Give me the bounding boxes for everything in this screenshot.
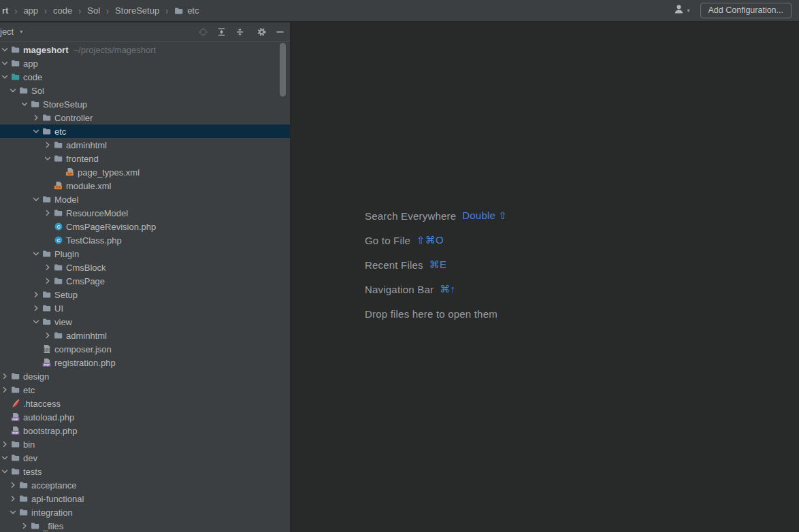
tree-item-label: UI	[54, 303, 63, 314]
tree-row-api-functional[interactable]: api-functional	[0, 492, 289, 505]
tree-row-tests[interactable]: tests	[0, 465, 280, 478]
chevron-down-icon[interactable]	[8, 508, 18, 517]
tree-row-design[interactable]: design	[0, 369, 280, 383]
chevron-right-icon[interactable]	[31, 113, 41, 122]
tree-scrollbar-thumb[interactable]	[280, 43, 286, 97]
tree-item-label: app	[23, 59, 38, 69]
tree-row-acceptance[interactable]: acceptance	[0, 478, 289, 492]
tree-row-sol[interactable]: Sol	[0, 84, 289, 97]
chevron-right-icon[interactable]	[43, 263, 52, 272]
tree-item-label: view	[54, 317, 72, 327]
tree-row-plugin[interactable]: Plugin	[0, 247, 290, 261]
php-file-icon: PHP	[11, 426, 20, 435]
tree-row-controller[interactable]: Controller	[0, 111, 290, 124]
tree-row-registration-php[interactable]: PHPregistration.php	[0, 356, 290, 369]
breadcrumb-item-etc[interactable]: etc	[174, 5, 199, 16]
chevron-right-icon[interactable]	[43, 331, 52, 340]
tree-row-page-types-xml[interactable]: <>page_types.xml	[0, 165, 290, 179]
tree-item-label: .htaccess	[23, 399, 61, 409]
tree-row-code[interactable]: code	[0, 70, 280, 84]
tree-item-label: Plugin	[54, 249, 79, 259]
tree-row-bin[interactable]: bin	[0, 437, 280, 451]
tree-row-setup[interactable]: Setup	[0, 288, 290, 301]
tree-row-view[interactable]: view	[0, 315, 290, 329]
tree-row-cmspage[interactable]: CmsPage	[0, 274, 290, 288]
chevron-down-icon[interactable]	[0, 59, 10, 68]
user-menu[interactable]: ▾	[673, 3, 689, 18]
svg-text:<>: <>	[67, 171, 72, 176]
project-view-dropdown[interactable]: ject ▾	[0, 27, 22, 37]
workspace: ject ▾ mageshort~/projects/mageshortappc…	[0, 22, 799, 532]
tree-item-label: tests	[23, 467, 42, 477]
tree-row-dev[interactable]: dev	[0, 451, 280, 465]
tree-row-autoload-php[interactable]: PHPautoload.php	[0, 410, 280, 424]
project-root-path: ~/projects/mageshort	[73, 45, 156, 55]
tree-row-resourcemodel[interactable]: ResourceModel	[0, 206, 290, 220]
tree-row-composer-json[interactable]: {@}composer.json	[0, 342, 290, 356]
chevron-down-icon[interactable]	[8, 86, 18, 95]
tree-row-frontend[interactable]: frontend	[0, 152, 290, 165]
tree-row-htaccess[interactable]: .htaccess	[0, 397, 280, 410]
breadcrumb-item-storesetup[interactable]: StoreSetup	[115, 5, 159, 16]
hide-window-icon[interactable]	[275, 27, 285, 37]
tree-item-label: _files	[43, 521, 63, 531]
chevron-down-icon[interactable]	[0, 467, 10, 476]
svg-text:PHP: PHP	[44, 363, 50, 367]
folder-icon	[54, 276, 63, 286]
settings-gear-icon[interactable]	[257, 27, 267, 37]
tree-item-label: CmsBlock	[66, 263, 106, 273]
chevron-right-icon[interactable]	[8, 494, 18, 503]
chevron-down-icon[interactable]	[20, 99, 29, 109]
collapse-all-icon[interactable]	[235, 27, 245, 37]
chevron-right-icon[interactable]	[0, 439, 10, 449]
chevron-right-icon[interactable]	[0, 385, 10, 395]
svg-text:{@}: {@}	[44, 348, 51, 352]
tree-row-cmspagerevision-php[interactable]: CCmsPageRevision.php	[0, 220, 290, 233]
chevron-right-icon[interactable]	[31, 303, 41, 313]
chevron-down-icon[interactable]	[0, 45, 10, 54]
chevron-right-icon[interactable]	[31, 290, 41, 299]
tree-row-ui[interactable]: UI	[0, 301, 290, 315]
tree-row-app[interactable]: app	[0, 56, 280, 70]
locate-file-icon[interactable]	[198, 27, 208, 37]
tree-row-etc[interactable]: etc	[0, 124, 290, 138]
add-configuration-button[interactable]: Add Configuration...	[700, 3, 792, 18]
chevron-down-icon[interactable]	[31, 195, 41, 204]
expand-all-icon[interactable]	[216, 27, 227, 37]
breadcrumb-item-code[interactable]: code	[53, 5, 72, 16]
shortcut-hint-row: Drop files here to open them	[365, 301, 507, 326]
shortcut-label: Go to File	[365, 235, 410, 246]
chevron-right-icon[interactable]	[8, 480, 18, 490]
main-toolbar: rt›app›code›Sol›StoreSetup›etc ▾ Add Con…	[0, 0, 799, 22]
tree-row-storesetup[interactable]: StoreSetup	[0, 97, 290, 111]
tree-row-adminhtml[interactable]: adminhtml	[0, 329, 290, 342]
tree-row-cmsblock[interactable]: CmsBlock	[0, 261, 290, 274]
tree-row-model[interactable]: Model	[0, 193, 290, 206]
breadcrumb-item-rt[interactable]: rt	[2, 5, 8, 16]
tree-row-etc[interactable]: etc	[0, 383, 280, 397]
chevron-right-icon[interactable]	[20, 521, 29, 531]
tree-row-mageshort[interactable]: mageshort~/projects/mageshort	[0, 43, 280, 56]
chevron-down-icon[interactable]	[0, 72, 10, 82]
chevron-down-icon[interactable]	[43, 154, 52, 163]
tree-row-files[interactable]: _files	[0, 519, 290, 532]
tree-row-testclass-php[interactable]: CTestClass.php	[0, 233, 290, 247]
chevron-right-icon[interactable]	[43, 140, 52, 150]
chevron-right-icon[interactable]	[43, 208, 52, 218]
tree-row-module-xml[interactable]: <>module.xml	[0, 179, 290, 193]
chevron-right-icon[interactable]	[0, 371, 10, 381]
chevron-down-icon[interactable]	[0, 453, 10, 463]
chevron-down-icon[interactable]	[31, 127, 41, 136]
breadcrumb-item-app[interactable]: app	[23, 5, 38, 16]
editor-empty-state: Search EverywhereDouble ⇧Go to File⇧⌘ORe…	[291, 22, 799, 532]
tree-row-bootstrap-php[interactable]: PHPbootstrap.php	[0, 424, 280, 437]
chevron-down-icon[interactable]	[31, 249, 41, 259]
chevron-right-icon[interactable]	[43, 276, 52, 286]
breadcrumb: rt›app›code›Sol›StoreSetup›etc	[0, 5, 199, 16]
project-tool-window: ject ▾ mageshort~/projects/mageshortappc…	[0, 22, 291, 532]
folder-icon	[42, 127, 52, 136]
breadcrumb-item-sol[interactable]: Sol	[87, 5, 100, 16]
tree-row-adminhtml[interactable]: adminhtml	[0, 138, 290, 152]
chevron-down-icon[interactable]	[31, 317, 41, 327]
tree-row-integration[interactable]: integration	[0, 505, 289, 519]
